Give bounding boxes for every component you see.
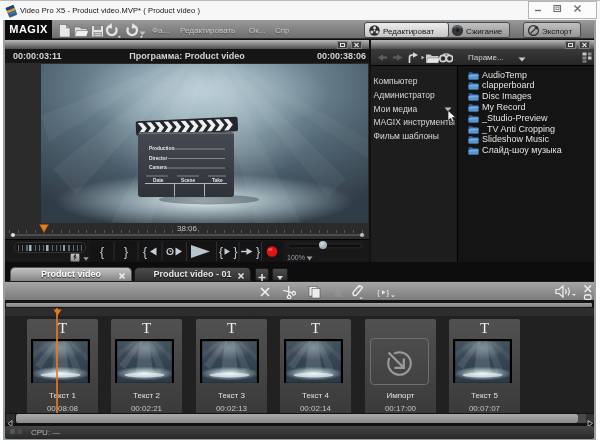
svg-text:Camera: Camera	[149, 165, 167, 170]
svg-text:Director: Director	[149, 156, 168, 161]
svg-text:{: {	[377, 288, 380, 297]
svg-text:Scene: Scene	[181, 178, 195, 183]
svg-text:Take: Take	[212, 178, 223, 183]
svg-text:}: }	[256, 245, 260, 259]
svg-text:{: {	[100, 245, 104, 259]
svg-text:{: {	[143, 245, 147, 259]
svg-text:}: }	[124, 245, 128, 259]
svg-text:}: }	[387, 288, 390, 297]
svg-text:}: }	[233, 245, 237, 259]
svg-text:Production: Production	[149, 146, 174, 151]
svg-text:{: {	[219, 245, 223, 259]
svg-text:Date: Date	[153, 178, 164, 183]
